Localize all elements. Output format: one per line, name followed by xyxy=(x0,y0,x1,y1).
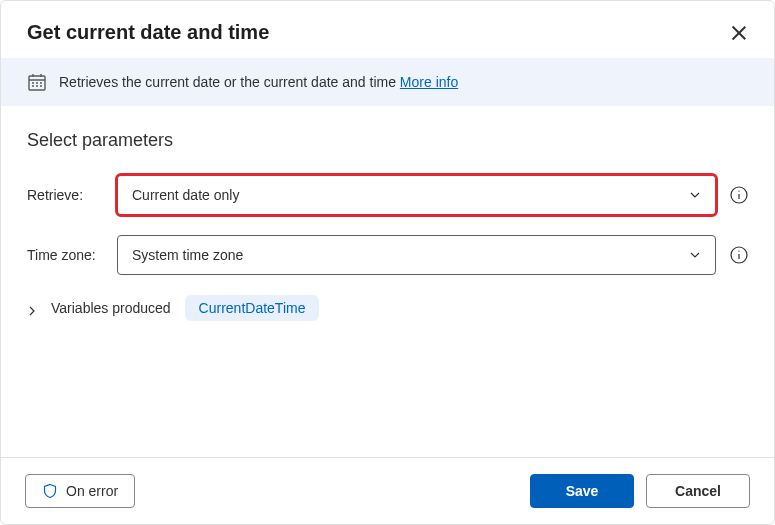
info-icon[interactable] xyxy=(730,246,748,264)
shield-icon xyxy=(42,483,58,499)
chevron-down-icon xyxy=(689,189,701,201)
section-title: Select parameters xyxy=(27,130,748,151)
svg-point-15 xyxy=(738,251,739,252)
on-error-button[interactable]: On error xyxy=(25,474,135,508)
svg-point-12 xyxy=(738,191,739,192)
retrieve-label: Retrieve: xyxy=(27,187,117,203)
param-row-timezone: Time zone: System time zone xyxy=(27,235,748,275)
dialog-content: Select parameters Retrieve: Current date… xyxy=(1,106,774,321)
variables-produced-row: Variables produced CurrentDateTime xyxy=(27,295,748,321)
variables-produced-label[interactable]: Variables produced xyxy=(51,300,171,316)
param-row-retrieve: Retrieve: Current date only xyxy=(27,175,748,215)
calendar-icon xyxy=(27,72,47,92)
dialog-header: Get current date and time xyxy=(1,1,774,58)
variable-chip[interactable]: CurrentDateTime xyxy=(185,295,320,321)
retrieve-value: Current date only xyxy=(132,187,239,203)
dialog-title: Get current date and time xyxy=(27,21,269,44)
more-info-link[interactable]: More info xyxy=(400,74,458,90)
on-error-label: On error xyxy=(66,483,118,499)
info-banner: Retrieves the current date or the curren… xyxy=(1,58,774,106)
info-icon[interactable] xyxy=(730,186,748,204)
chevron-down-icon xyxy=(689,249,701,261)
info-description-row: Retrieves the current date or the curren… xyxy=(59,74,458,90)
retrieve-select[interactable]: Current date only xyxy=(117,175,716,215)
close-icon[interactable] xyxy=(730,24,748,42)
chevron-right-icon[interactable] xyxy=(27,303,37,313)
dialog-footer: On error Save Cancel xyxy=(1,457,774,524)
info-description: Retrieves the current date or the curren… xyxy=(59,74,396,90)
cancel-button[interactable]: Cancel xyxy=(646,474,750,508)
save-button[interactable]: Save xyxy=(530,474,634,508)
timezone-select[interactable]: System time zone xyxy=(117,235,716,275)
timezone-label: Time zone: xyxy=(27,247,117,263)
timezone-value: System time zone xyxy=(132,247,243,263)
